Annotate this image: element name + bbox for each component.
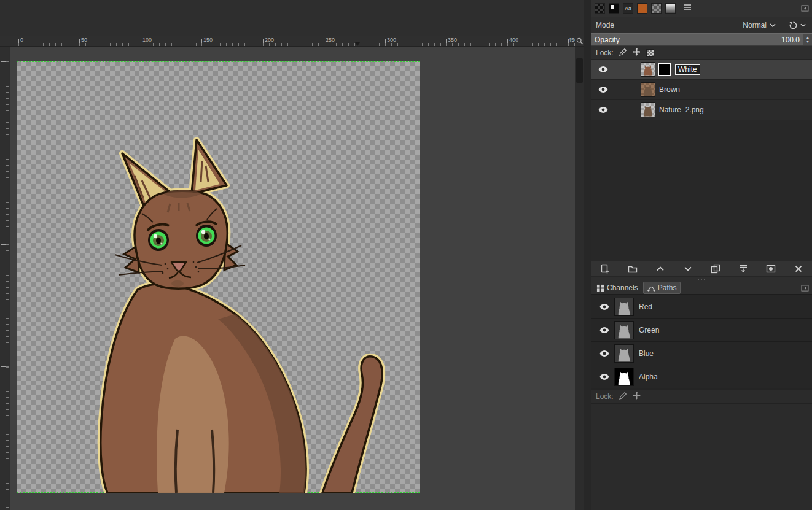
channel-thumbnail[interactable] bbox=[614, 298, 634, 316]
layer-thumbnail[interactable] bbox=[641, 82, 655, 97]
zoom-corner-button[interactable] bbox=[575, 36, 584, 47]
lock-position-icon[interactable] bbox=[633, 392, 641, 401]
mode-dropdown[interactable]: Normal bbox=[740, 20, 778, 31]
channel-name[interactable]: Red bbox=[639, 303, 652, 311]
horizontal-ruler[interactable]: 0 50 100 150 200 250 300 350 400 450 bbox=[0, 36, 575, 47]
delete-layer-button[interactable] bbox=[791, 262, 806, 276]
dock-tabbar: Aa bbox=[591, 0, 812, 17]
channel-row-alpha[interactable]: Alpha bbox=[591, 365, 812, 388]
chevron-down-icon bbox=[770, 23, 776, 27]
ruler-label: 400 bbox=[507, 37, 518, 43]
dock-corner-icon[interactable] bbox=[801, 5, 809, 12]
mode-switch-button[interactable] bbox=[787, 20, 807, 31]
ruler-label: 350 bbox=[446, 37, 457, 43]
image-viewport[interactable] bbox=[10, 47, 575, 510]
tab-paths-label: Paths bbox=[658, 284, 677, 292]
channel-thumbnail[interactable] bbox=[614, 321, 634, 339]
document-history-tab-icon[interactable] bbox=[637, 3, 647, 14]
channel-row-blue[interactable]: Blue bbox=[591, 342, 812, 365]
cat-chin-shade bbox=[171, 280, 184, 287]
channels-lock-row: Lock: bbox=[591, 390, 812, 404]
layer-name-edit[interactable]: White bbox=[675, 64, 700, 75]
lock-alpha-icon[interactable] bbox=[646, 49, 654, 57]
visibility-eye-icon[interactable] bbox=[598, 107, 608, 113]
lock-label: Lock: bbox=[596, 392, 614, 401]
lock-pixels-icon[interactable] bbox=[619, 48, 627, 58]
lower-layer-button[interactable] bbox=[681, 262, 695, 276]
vertical-scrollbar-thumb[interactable] bbox=[576, 58, 583, 83]
foreground-color-tab-icon[interactable] bbox=[609, 3, 619, 14]
raise-layer-button[interactable] bbox=[653, 262, 668, 276]
dock-corner-icon[interactable] bbox=[801, 285, 809, 292]
visibility-eye-icon[interactable] bbox=[599, 327, 609, 333]
tab-paths[interactable]: Paths bbox=[643, 282, 681, 294]
mode-label: Mode bbox=[596, 21, 614, 29]
ruler-label: 50 bbox=[79, 37, 87, 43]
tab-channels[interactable]: Channels bbox=[593, 282, 642, 293]
visibility-eye-icon[interactable] bbox=[598, 66, 608, 72]
gimp-window: 0 50 100 150 200 250 300 350 400 450 bbox=[0, 0, 812, 510]
layer-row-nature[interactable]: Nature_2.png bbox=[591, 100, 812, 120]
image-canvas[interactable] bbox=[17, 61, 420, 493]
reset-icon bbox=[789, 21, 798, 30]
canvas-area: 0 50 100 150 200 250 300 350 400 450 bbox=[0, 0, 584, 510]
tab-menu-icon[interactable] bbox=[683, 4, 692, 13]
vertical-scrollbar[interactable] bbox=[575, 47, 584, 510]
spin-up-icon: ▲ bbox=[806, 36, 810, 40]
vertical-ruler[interactable] bbox=[0, 47, 9, 510]
dock-splitter[interactable] bbox=[584, 0, 591, 510]
gradient-tab-icon[interactable] bbox=[665, 3, 676, 14]
channel-row-green[interactable]: Green bbox=[591, 319, 812, 342]
paths-icon bbox=[647, 284, 655, 292]
channel-name[interactable]: Blue bbox=[639, 349, 654, 358]
channels-paths-tabbar: Channels Paths bbox=[591, 282, 812, 295]
layers-list: White Brown Nature_2.png bbox=[591, 60, 812, 261]
lock-pixels-icon[interactable] bbox=[619, 392, 627, 401]
layer-row-brown[interactable]: Brown bbox=[591, 80, 812, 100]
new-layer-button[interactable] bbox=[598, 262, 612, 276]
magnifier-icon bbox=[576, 37, 584, 45]
channels-icon bbox=[596, 284, 604, 292]
visibility-eye-icon[interactable] bbox=[598, 87, 608, 93]
channel-name[interactable]: Green bbox=[639, 326, 659, 334]
new-group-button[interactable] bbox=[625, 262, 640, 276]
channel-thumbnail[interactable] bbox=[614, 368, 634, 386]
visibility-eye-icon[interactable] bbox=[599, 374, 609, 380]
ruler-label: 250 bbox=[324, 37, 335, 43]
canvas-top-strip bbox=[0, 0, 584, 36]
layer-thumbnail[interactable] bbox=[641, 62, 655, 77]
checker-tab-icon[interactable] bbox=[651, 3, 662, 14]
cat-artwork bbox=[17, 61, 420, 493]
duplicate-layer-button[interactable] bbox=[708, 262, 723, 276]
ruler-label: 300 bbox=[385, 37, 396, 43]
layers-lock-row: Lock: bbox=[591, 47, 812, 60]
layer-mode-row: Mode Normal bbox=[591, 17, 812, 33]
ruler-label: 100 bbox=[141, 37, 152, 43]
opacity-slider[interactable]: Opacity 100.0 ▲ ▼ bbox=[591, 33, 812, 46]
tab-channels-label: Channels bbox=[607, 284, 638, 292]
dock-resize-handle[interactable] bbox=[591, 277, 812, 282]
ruler-label: 200 bbox=[263, 37, 274, 43]
layer-row-white[interactable]: White bbox=[591, 60, 812, 80]
merge-down-button[interactable] bbox=[736, 262, 751, 276]
lock-position-icon[interactable] bbox=[633, 48, 641, 58]
layer-name[interactable]: Brown bbox=[659, 85, 680, 94]
channel-thumbnail[interactable] bbox=[614, 344, 634, 363]
layer-mask-thumbnail[interactable] bbox=[658, 63, 671, 76]
channel-row-red[interactable]: Red bbox=[591, 295, 812, 319]
divider bbox=[783, 20, 783, 31]
channels-list: Red Green Blue Alpha bbox=[591, 295, 812, 390]
lock-label: Lock: bbox=[596, 48, 614, 57]
visibility-eye-icon[interactable] bbox=[599, 304, 609, 310]
right-dock: Aa Mode Normal bbox=[591, 0, 812, 510]
add-mask-button[interactable] bbox=[763, 262, 778, 276]
layer-thumbnail[interactable] bbox=[641, 102, 655, 117]
fonts-tab-icon[interactable]: Aa bbox=[623, 3, 633, 14]
opacity-spin-buttons[interactable]: ▲ ▼ bbox=[803, 34, 812, 45]
layer-name[interactable]: Nature_2.png bbox=[659, 106, 704, 114]
mode-value: Normal bbox=[743, 21, 767, 29]
ruler-label: 150 bbox=[201, 37, 213, 43]
visibility-eye-icon[interactable] bbox=[599, 350, 609, 357]
pattern-tab-icon[interactable] bbox=[595, 3, 605, 14]
channel-name[interactable]: Alpha bbox=[639, 373, 658, 381]
